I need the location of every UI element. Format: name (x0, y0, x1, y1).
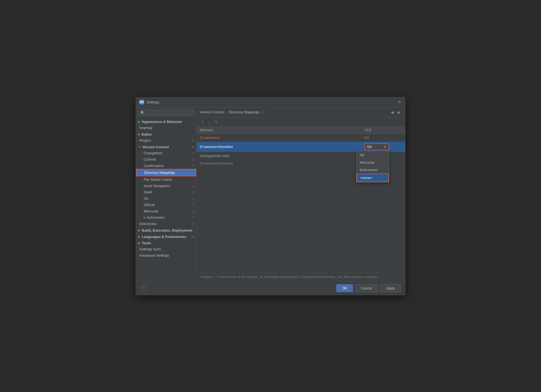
sidebar-item-label: Shelf (144, 190, 152, 194)
breadcrumb-part-2: Directory Mappings (229, 110, 259, 114)
sync-icon: ⊟ (192, 197, 194, 200)
sidebar-item-advanced-settings[interactable]: Advanced Settings (136, 252, 196, 259)
app-icon: WS (139, 100, 144, 105)
add-button[interactable]: + (200, 119, 205, 125)
sidebar-item-label: Changelists (144, 151, 162, 155)
table-container: Directory VCS D:\webstorm Git D:\webstor… (196, 127, 405, 273)
sidebar-item-github[interactable]: GitHub ⊟ (136, 202, 196, 208)
sidebar-item-changelists[interactable]: Changelists ⊟ (136, 150, 196, 156)
sidebar-item-label: Mercurial (144, 209, 158, 213)
sidebar-item-confirmation[interactable]: Confirmation ⊟ (136, 163, 196, 169)
sidebar-item-label: Directory Mappings (144, 171, 175, 175)
sidebar-item-label: Editor (142, 132, 152, 136)
sidebar-item-editor[interactable]: ▶ Editor (136, 131, 196, 137)
sidebar-item-label: Advanced Settings (139, 253, 169, 257)
vcs-dropdown[interactable]: Git ▼ (364, 143, 389, 150)
dropdown-option-git[interactable]: Git (356, 151, 389, 159)
ok-button[interactable]: OK (336, 284, 353, 292)
cancel-button[interactable]: Cancel (355, 284, 378, 292)
panel-header: Version Control › Directory Mappings ⊟ ◀… (196, 107, 405, 117)
sync-icon: ⊟ (192, 152, 194, 155)
sidebar-item-mercurial[interactable]: Mercurial ⊟ (136, 208, 196, 214)
sidebar-item-appearance[interactable]: ▶ Appearance & Behavior (136, 118, 196, 125)
sidebar-item-build-execution[interactable]: ▶ Build, Execution, Deployment (136, 227, 196, 233)
sync-icon: ⊟ (192, 184, 194, 187)
sidebar-item-label: Plugins (139, 138, 151, 142)
breadcrumb-part-1: Version Control (200, 110, 224, 114)
dropdown-menu: Git Mercurial Subversion <none> (356, 151, 389, 182)
nav-back-button[interactable]: ◀ (390, 109, 395, 115)
sync-icon: ⊟ (192, 235, 194, 238)
sidebar-item-tools[interactable]: ▶ Tools (136, 240, 196, 246)
sidebar-item-label: Commit (144, 157, 156, 161)
arrow-icon: ▼ (138, 146, 141, 149)
sidebar-item-label: Issue Navigation (144, 184, 170, 188)
footer-note: <Project> - Content roots of all modules… (196, 273, 405, 281)
edit-button[interactable]: ✎ (213, 119, 220, 125)
breadcrumb-separator: › (226, 110, 227, 114)
arrow-icon: ▶ (144, 216, 146, 219)
sync-icon: ⊟ (192, 222, 194, 225)
arrow-icon: ▶ (138, 242, 140, 245)
bottom-bar: ? OK Cancel Apply (136, 281, 405, 295)
sync-icon: ⊟ (191, 171, 193, 174)
sidebar: 🔍 ▶ Appearance & Behavior Keymap ▶ Edito… (136, 107, 196, 281)
sidebar-item-label: Git (144, 196, 148, 201)
sidebar-item-subversion[interactable]: ▶ Subversion ⊟ (136, 214, 196, 221)
dropdown-arrow-icon: ▼ (381, 145, 386, 148)
sidebar-item-directories[interactable]: Directories ⊟ (136, 221, 196, 227)
arrow-icon: ▶ (138, 235, 140, 238)
search-box[interactable]: 🔍 (138, 109, 194, 116)
sidebar-item-version-control[interactable]: ▼ Version Control ⊟ (136, 144, 196, 150)
column-header-vcs: VCS (361, 127, 405, 134)
close-button[interactable]: ✕ (396, 99, 402, 105)
nav-forward-button[interactable]: ▶ (397, 109, 402, 115)
arrow-icon: ▶ (138, 133, 140, 136)
vcs-dropdown-wrapper: Git ▼ Git Mercurial Subversion <none> (364, 143, 389, 150)
settings-window: WS Settings ✕ 🔍 ▶ Appearance & Behavior … (136, 97, 405, 295)
sync-icon: ⊟ (192, 191, 194, 194)
sidebar-item-label: Tools (142, 241, 151, 245)
sidebar-item-keymap[interactable]: Keymap (136, 125, 196, 131)
apply-button[interactable]: Apply (380, 284, 401, 292)
sidebar-item-issue-navigation[interactable]: Issue Navigation ⊟ (136, 183, 196, 189)
dropdown-option-none[interactable]: <none> (356, 174, 389, 182)
sidebar-item-commit[interactable]: Commit ⊟ (136, 156, 196, 163)
panel-navigation: ◀ ▶ (390, 109, 402, 115)
dropdown-option-mercurial[interactable]: Mercurial (356, 159, 389, 166)
sidebar-item-label: Appearance & Behavior (142, 120, 182, 124)
table-row[interactable]: D:\webstorm Git (196, 134, 405, 141)
sidebar-item-file-status-colors[interactable]: File Status Colors (136, 176, 196, 183)
main-content: 🔍 ▶ Appearance & Behavior Keymap ▶ Edito… (136, 107, 405, 281)
dropdown-value: Git (367, 145, 372, 149)
sync-icon: ⊟ (192, 210, 194, 213)
table-row[interactable]: D:\webstorm\booklist Git ▼ Git (196, 141, 405, 152)
vcs-cell: Git (361, 134, 405, 141)
sidebar-item-languages-frameworks[interactable]: ▶ Languages & Frameworks ⊟ (136, 233, 196, 240)
sync-icon: ⊟ (192, 146, 194, 149)
sidebar-item-label: Keymap (139, 126, 152, 130)
sidebar-item-label: GitHub (144, 203, 155, 207)
sidebar-item-label: Build, Execution, Deployment (142, 228, 192, 232)
sync-icon: ⊟ (192, 216, 194, 219)
sync-icon: ⊟ (192, 203, 194, 206)
sidebar-item-label: File Status Colors (144, 177, 172, 182)
sidebar-item-label: Confirmation (144, 164, 164, 168)
sidebar-item-directory-mappings[interactable]: Directory Mappings ⊟ (136, 169, 196, 176)
remove-button[interactable]: − (206, 119, 212, 125)
help-button[interactable]: ? (140, 285, 146, 291)
sidebar-item-label: Subversion (147, 215, 165, 220)
sync-icon: ⊟ (192, 158, 194, 161)
sidebar-item-settings-sync[interactable]: Settings Sync (136, 246, 196, 252)
sidebar-item-git[interactable]: Git ⊟ (136, 195, 196, 202)
sidebar-item-label: Settings Sync (139, 247, 161, 251)
dropdown-option-subversion[interactable]: Subversion (356, 166, 389, 174)
table-header-row: Directory VCS (196, 127, 405, 134)
sidebar-item-plugins[interactable]: Plugins ⊟ (136, 137, 196, 144)
breadcrumb: Version Control › Directory Mappings ⊟ (200, 110, 390, 114)
directory-cell: D:\webstorm\booklist (196, 160, 361, 167)
breadcrumb-icon: ⊟ (262, 110, 264, 114)
directory-cell: D:\webstorm\booklist (196, 141, 361, 152)
sidebar-item-shelf[interactable]: Shelf ⊟ (136, 189, 196, 195)
directory-cell: D:\webstorm (196, 134, 361, 141)
